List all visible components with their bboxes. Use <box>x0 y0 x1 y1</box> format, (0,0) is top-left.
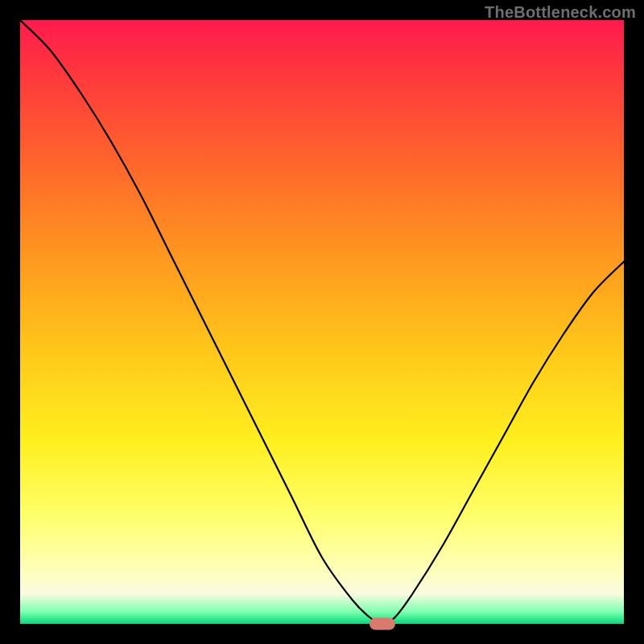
chart-frame: TheBottleneck.com <box>0 0 644 644</box>
bottleneck-curve <box>20 20 624 624</box>
optimal-point-marker <box>369 618 395 630</box>
watermark-text: TheBottleneck.com <box>485 3 636 22</box>
curve-path <box>20 20 624 624</box>
plot-area <box>20 20 624 624</box>
